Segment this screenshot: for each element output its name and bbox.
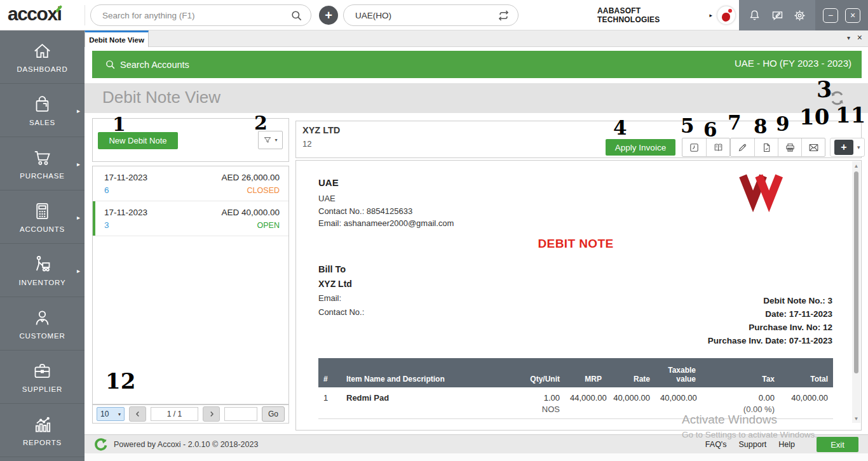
branch-selector[interactable]: UAE(HO) [343, 4, 519, 26]
page-indicator: 1 / 1 [151, 407, 198, 421]
sidebar-item-label: PURCHASE [20, 172, 64, 180]
exit-button[interactable]: Exit [817, 437, 858, 452]
fiscal-year-label: UAE - HO (FY 2023 - 2023) [735, 58, 851, 69]
history-button[interactable] [682, 138, 706, 156]
prev-page-button[interactable] [129, 406, 146, 422]
faq-link[interactable]: FAQ's [705, 440, 727, 449]
document-meta: Debit Note No.: 3 Date: 17-11-2023 Purch… [708, 294, 832, 347]
go-button[interactable]: Go [262, 406, 285, 422]
help-link[interactable]: Help [778, 440, 795, 449]
cell-sno: 1 [318, 393, 341, 418]
col-sno: # [318, 358, 341, 387]
minimize-button[interactable]: − [823, 8, 838, 23]
col-tax: Tax [701, 358, 780, 387]
page-title-bar: Debit Note View [85, 83, 868, 113]
bill-to-email: Email: [318, 293, 364, 303]
col-mrp: MRP [565, 358, 607, 387]
status-badge: OPEN [257, 221, 280, 230]
submenu-arrow-icon: ▸ [77, 267, 80, 274]
document-scrollbar[interactable]: ▲ ▼ [852, 161, 860, 423]
document-title: DEBIT NOTE [296, 237, 855, 251]
export-pdf-button[interactable] [754, 138, 778, 156]
ledger-button[interactable] [706, 138, 729, 156]
qty-value: 1.00 [522, 393, 560, 403]
edit-button[interactable] [731, 138, 754, 156]
search-accounts-label: Search Accounts [120, 60, 189, 70]
minimize-icon: − [828, 11, 833, 20]
list-item-selected[interactable]: 17-11-2023 AED 40,000.00 3 OPEN [93, 201, 288, 236]
briefcase-icon [32, 361, 53, 382]
home-icon [32, 41, 53, 62]
sidebar-item-inventory[interactable]: INVENTORY ▸ [0, 244, 85, 297]
sidebar-nav: DASHBOARD SALES ▸ PURCHASE ▸ ACCOUNTS ▸ … [0, 30, 85, 461]
search-accounts-bar[interactable]: Search Accounts UAE - HO (FY 2023 - 2023… [92, 51, 862, 78]
org-contact: Contact No.: 8854125633 [318, 205, 454, 218]
next-page-button[interactable] [203, 406, 220, 422]
scrollbar-thumb[interactable] [854, 171, 858, 373]
switch-branch-icon[interactable] [497, 9, 510, 22]
close-button[interactable]: × [845, 8, 860, 23]
company-menu[interactable]: AABASOFT TECHNOLOGIES ▸ [597, 0, 736, 30]
cell-item: Redmi Pad [341, 393, 517, 418]
annotation-4: 4 [613, 118, 627, 138]
list-item[interactable]: 17-11-2023 AED 26,000.00 6 CLOSED [93, 166, 288, 201]
cell-total: 40,000.00 [780, 393, 833, 418]
tab-debit-note-view[interactable]: Debit Note View [85, 30, 149, 47]
sidebar-item-sales[interactable]: SALES ▸ [0, 84, 85, 137]
sidebar-item-purchase[interactable]: PURCHASE ▸ [0, 137, 85, 190]
caret-down-icon[interactable]: ▾ [857, 144, 860, 150]
search-icon[interactable] [290, 10, 302, 22]
quick-add-button[interactable]: + [319, 6, 338, 25]
company-w-logo [736, 172, 790, 205]
cell-rate: 40,000.00 [607, 393, 655, 418]
page-size-select[interactable]: 10 ▾ [97, 407, 125, 421]
row-ref-link[interactable]: 3 [104, 220, 109, 230]
avatar-logo-dot [728, 9, 732, 13]
messages-icon[interactable] [771, 9, 784, 22]
annotation-2: 2 [254, 114, 268, 133]
annotation-6: 6 [703, 120, 717, 140]
pencil-icon [737, 142, 748, 153]
top-bar: accoxi + UAE(HO) AABASOFT TECHNOLOGIES ▸ [0, 0, 868, 30]
inventory-trolley-icon [32, 254, 53, 275]
search-accounts[interactable]: Search Accounts [105, 51, 189, 78]
settings-gear-icon[interactable] [793, 9, 806, 22]
debit-note-document: UAE UAE Contact No.: 8854125633 Email: a… [295, 160, 862, 431]
scroll-up-icon[interactable]: ▲ [852, 161, 860, 170]
sidebar-item-supplier[interactable]: SUPPLIER [0, 351, 85, 404]
col-qty: Qty/Unit [517, 358, 565, 387]
search-icon [105, 59, 116, 70]
sidebar-item-label: ACCOUNTS [20, 225, 65, 233]
print-button[interactable] [778, 138, 801, 156]
col-total: Total [780, 358, 833, 387]
notifications-bell-icon[interactable] [748, 9, 761, 22]
org-email: Email: ashanameer2000@gmail.com [318, 217, 454, 230]
row-ref-link[interactable]: 6 [104, 185, 109, 195]
apply-invoice-button[interactable]: Apply Invoice [606, 139, 675, 156]
sidebar-item-dashboard[interactable]: DASHBOARD [0, 30, 85, 84]
open-book-icon [713, 142, 724, 153]
printer-icon [785, 142, 796, 153]
sidebar-item-accounts[interactable]: ACCOUNTS ▸ [0, 190, 85, 244]
shopping-bag-icon [32, 94, 53, 115]
goto-page-input[interactable] [224, 407, 257, 421]
tab-close-icon[interactable]: × [857, 32, 862, 43]
sidebar-item-reports[interactable]: REPORTS [0, 404, 85, 457]
email-button[interactable] [801, 138, 825, 156]
tab-list-caret-icon[interactable]: ▾ [847, 34, 850, 41]
pagination-bar: 10 ▾ 1 / 1 Go [92, 404, 289, 424]
person-icon [32, 307, 53, 328]
page-title: Debit Note View [102, 88, 220, 107]
support-link[interactable]: Support [739, 440, 767, 449]
tab-strip: Debit Note View ▾ × [85, 30, 868, 47]
new-debit-note-button[interactable]: New Debit Note [98, 132, 178, 149]
envelope-icon [808, 142, 819, 153]
company-avatar[interactable] [717, 6, 736, 25]
caret-down-icon: ▾ [118, 411, 121, 417]
scroll-down-icon[interactable]: ▼ [852, 414, 860, 423]
global-search-input[interactable] [91, 5, 311, 25]
add-more-button[interactable]: + [834, 140, 853, 155]
sidebar-item-customer[interactable]: CUSTOMER [0, 297, 85, 351]
party-name: XYZ LTD [302, 125, 340, 135]
sidebar-item-label: SUPPLIER [22, 385, 62, 393]
